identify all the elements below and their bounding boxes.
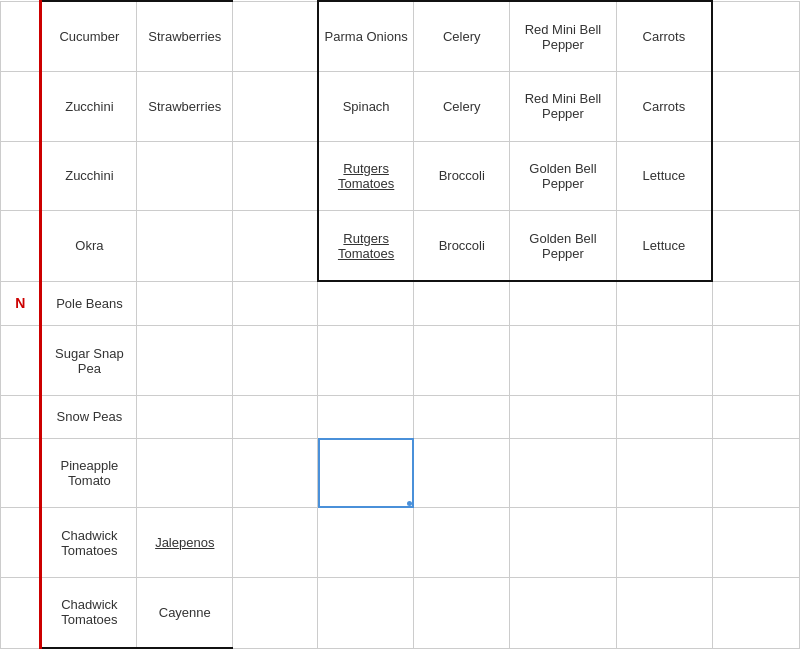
table-cell[interactable]: Celery (414, 72, 510, 142)
table-cell[interactable] (137, 395, 233, 438)
table-cell[interactable] (233, 72, 318, 142)
table-cell[interactable]: Lettuce (616, 141, 712, 211)
table-cell[interactable] (1, 508, 41, 578)
table-cell[interactable] (1, 1, 41, 72)
table-cell[interactable]: Red Mini Bell Pepper (510, 1, 617, 72)
table-cell[interactable]: Spinach (318, 72, 414, 142)
table-cell[interactable]: Zucchini (41, 141, 137, 211)
table-cell[interactable] (510, 395, 617, 438)
table-cell[interactable]: Okra (41, 211, 137, 282)
table-cell[interactable] (616, 395, 712, 438)
table-cell[interactable] (712, 1, 799, 72)
table-cell[interactable]: Strawberries (137, 72, 233, 142)
table-cell[interactable] (318, 326, 414, 396)
table-cell[interactable] (616, 326, 712, 396)
table-cell[interactable] (414, 395, 510, 438)
table-cell[interactable] (137, 281, 233, 326)
table-cell[interactable] (712, 141, 799, 211)
table-cell[interactable]: N (1, 281, 41, 326)
table-cell[interactable] (510, 577, 617, 648)
table-cell[interactable]: Sugar Snap Pea (41, 326, 137, 396)
table-cell[interactable] (137, 211, 233, 282)
drag-handle[interactable] (407, 501, 412, 506)
table-cell[interactable] (510, 438, 617, 508)
table-cell[interactable] (712, 577, 799, 648)
table-cell[interactable]: Zucchini (41, 72, 137, 142)
table-cell[interactable]: Cucumber (41, 1, 137, 72)
table-cell[interactable]: Celery (414, 1, 510, 72)
table-cell[interactable] (1, 577, 41, 648)
table-cell[interactable] (414, 281, 510, 326)
table-cell[interactable] (712, 508, 799, 578)
table-cell[interactable]: Lettuce (616, 211, 712, 282)
table-cell[interactable] (318, 508, 414, 578)
table-cell[interactable] (318, 281, 414, 326)
table-cell[interactable] (318, 438, 414, 508)
table-cell[interactable] (233, 326, 318, 396)
table-cell[interactable] (414, 438, 510, 508)
table-cell[interactable] (1, 395, 41, 438)
table-row: Pineapple Tomato (1, 438, 800, 508)
table-cell[interactable]: Carrots (616, 1, 712, 72)
table-cell[interactable]: Chadwick Tomatoes (41, 577, 137, 648)
table-cell[interactable] (233, 577, 318, 648)
table-cell[interactable] (616, 281, 712, 326)
table-cell[interactable] (510, 281, 617, 326)
table-cell[interactable] (137, 438, 233, 508)
table-cell[interactable]: Strawberries (137, 1, 233, 72)
cell-text: Pineapple Tomato (60, 458, 118, 488)
table-cell[interactable] (233, 1, 318, 72)
table-cell[interactable] (233, 395, 318, 438)
table-cell[interactable] (1, 72, 41, 142)
table-cell[interactable] (1, 141, 41, 211)
table-cell[interactable] (712, 326, 799, 396)
table-cell[interactable]: Golden Bell Pepper (510, 141, 617, 211)
cell-text: Rutgers Tomatoes (338, 161, 394, 191)
table-cell[interactable] (233, 211, 318, 282)
table-cell[interactable] (712, 395, 799, 438)
table-cell[interactable] (510, 326, 617, 396)
table-cell[interactable] (1, 438, 41, 508)
table-cell[interactable] (233, 508, 318, 578)
spreadsheet-grid: CucumberStrawberriesParma OnionsCeleryRe… (0, 0, 800, 649)
table-cell[interactable] (712, 281, 799, 326)
table-cell[interactable] (616, 577, 712, 648)
cell-text: Chadwick Tomatoes (61, 528, 117, 558)
table-cell[interactable] (233, 438, 318, 508)
table-cell[interactable]: Red Mini Bell Pepper (510, 72, 617, 142)
table-cell[interactable] (1, 211, 41, 282)
table-cell[interactable] (233, 281, 318, 326)
table-cell[interactable] (616, 508, 712, 578)
table-cell[interactable]: Carrots (616, 72, 712, 142)
table-cell[interactable]: Chadwick Tomatoes (41, 508, 137, 578)
table-cell[interactable] (318, 395, 414, 438)
table-cell[interactable] (510, 508, 617, 578)
table-cell[interactable]: Pineapple Tomato (41, 438, 137, 508)
table-cell[interactable] (414, 508, 510, 578)
table-cell[interactable]: Cayenne (137, 577, 233, 648)
table-cell[interactable] (137, 141, 233, 211)
table-cell[interactable] (712, 438, 799, 508)
table-cell[interactable] (616, 438, 712, 508)
table-cell[interactable]: Jalepenos (137, 508, 233, 578)
table-cell[interactable] (414, 326, 510, 396)
table-cell[interactable]: Golden Bell Pepper (510, 211, 617, 282)
table-row: Sugar Snap Pea (1, 326, 800, 396)
table-cell[interactable] (1, 326, 41, 396)
table-cell[interactable]: Broccoli (414, 141, 510, 211)
table-cell[interactable] (712, 211, 799, 282)
table-cell[interactable]: Rutgers Tomatoes (318, 141, 414, 211)
table-row: OkraRutgers TomatoesBroccoliGolden Bell … (1, 211, 800, 282)
table-cell[interactable] (137, 326, 233, 396)
table-cell[interactable] (414, 577, 510, 648)
table-cell[interactable]: Pole Beans (41, 281, 137, 326)
table-cell[interactable] (712, 72, 799, 142)
cell-text: Lettuce (643, 238, 686, 253)
table-cell[interactable]: Broccoli (414, 211, 510, 282)
table-cell[interactable]: Rutgers Tomatoes (318, 211, 414, 282)
table-cell[interactable] (318, 577, 414, 648)
table-cell[interactable] (233, 141, 318, 211)
table-cell[interactable]: Parma Onions (318, 1, 414, 72)
table-row: Chadwick TomatoesCayenne (1, 577, 800, 648)
table-cell[interactable]: Snow Peas (41, 395, 137, 438)
